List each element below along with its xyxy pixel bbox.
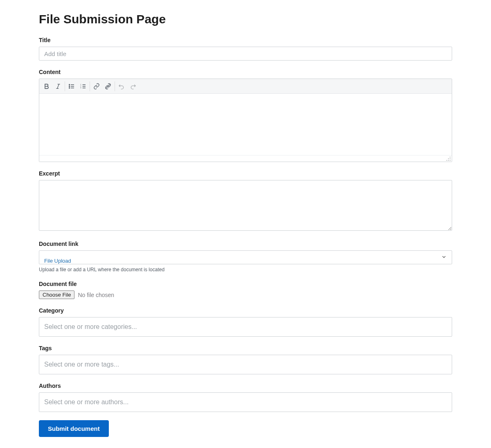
label-excerpt: Excerpt <box>39 170 452 177</box>
field-document-file: Document file Choose File No file chosen <box>39 281 452 299</box>
label-tags: Tags <box>39 345 452 351</box>
bulleted-list-button[interactable] <box>66 81 77 92</box>
editor-footer <box>39 155 452 162</box>
content-editor-body[interactable] <box>39 94 452 155</box>
resize-grip-icon[interactable] <box>446 156 451 161</box>
label-content: Content <box>39 69 452 75</box>
document-link-selected: File Upload <box>44 258 71 264</box>
svg-line-2 <box>57 84 59 88</box>
undo-icon <box>118 83 125 90</box>
label-authors: Authors <box>39 383 452 389</box>
svg-point-19 <box>448 158 449 159</box>
bold-button[interactable] <box>41 81 52 92</box>
chevron-down-icon <box>441 254 447 261</box>
svg-point-20 <box>448 160 449 161</box>
svg-point-7 <box>69 86 70 87</box>
italic-icon <box>55 83 61 90</box>
numbered-list-button[interactable]: 123 <box>77 81 89 92</box>
label-category: Category <box>39 307 452 314</box>
svg-point-17 <box>450 158 450 159</box>
italic-button[interactable] <box>52 81 64 92</box>
link-icon <box>93 83 100 90</box>
svg-point-18 <box>450 160 450 161</box>
svg-point-21 <box>446 160 447 161</box>
category-select[interactable] <box>39 317 452 337</box>
field-category: Category <box>39 307 452 337</box>
list-ol-icon: 123 <box>80 83 86 90</box>
field-content: Content 123 <box>39 69 452 162</box>
field-authors: Authors <box>39 383 452 412</box>
unlink-icon <box>105 83 111 90</box>
document-link-select[interactable]: File Upload <box>39 250 452 264</box>
redo-button[interactable] <box>127 81 139 92</box>
toolbar-separator <box>65 81 65 91</box>
toolbar-separator <box>115 81 115 91</box>
svg-point-16 <box>450 157 450 158</box>
toolbar-separator <box>90 81 90 91</box>
undo-button[interactable] <box>116 81 127 92</box>
submit-button[interactable]: Submit document <box>39 420 109 437</box>
choose-file-button[interactable]: Choose File <box>39 290 74 299</box>
file-input-row: Choose File No file chosen <box>39 290 452 299</box>
redo-icon <box>130 83 136 90</box>
label-document-file: Document file <box>39 281 452 287</box>
file-status-text: No file chosen <box>78 292 114 298</box>
editor-toolbar: 123 <box>39 79 452 94</box>
bold-icon <box>43 83 50 90</box>
excerpt-textarea[interactable] <box>39 180 452 231</box>
authors-select[interactable] <box>39 392 452 412</box>
svg-point-8 <box>69 88 70 88</box>
document-link-help: Upload a file or add a URL where the doc… <box>39 267 452 272</box>
svg-point-6 <box>69 84 70 85</box>
label-document-link: Document link <box>39 241 452 247</box>
label-title: Title <box>39 37 452 43</box>
link-button[interactable] <box>91 81 102 92</box>
page-title: File Submission Page <box>39 12 452 26</box>
svg-text:3: 3 <box>80 87 81 89</box>
field-document-link: Document link File Upload Upload a file … <box>39 241 452 272</box>
field-excerpt: Excerpt <box>39 170 452 232</box>
field-title: Title <box>39 37 452 61</box>
title-input[interactable] <box>39 47 452 61</box>
list-ul-icon <box>68 83 75 90</box>
unlink-button[interactable] <box>102 81 114 92</box>
field-tags: Tags <box>39 345 452 374</box>
tags-select[interactable] <box>39 355 452 374</box>
content-editor: 123 <box>39 79 452 162</box>
